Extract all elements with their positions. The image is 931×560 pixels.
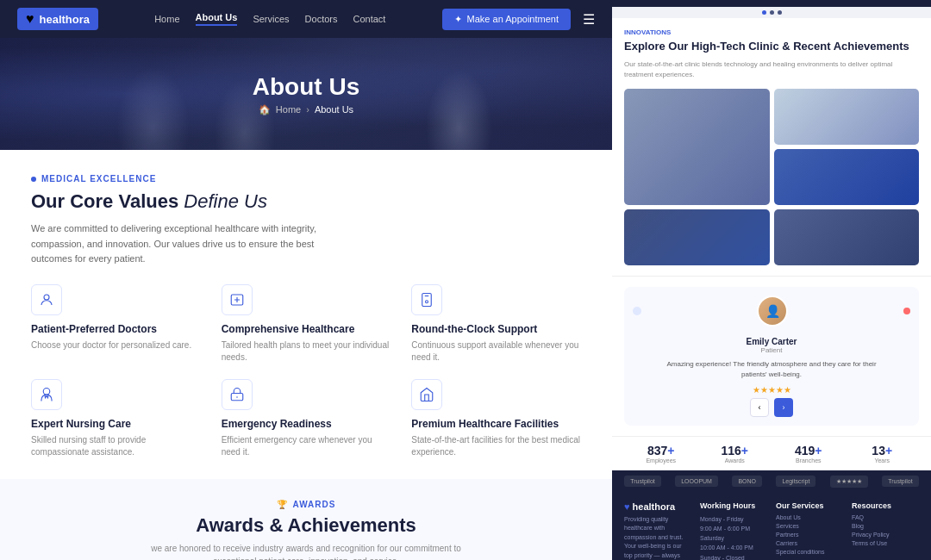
stat-years: 13+ Years (846, 444, 920, 464)
clinic-title: Explore Our High-Tech Clinic & Recent Ac… (624, 40, 919, 54)
value-item-5: Emergency Readiness Efficient emergency … (222, 379, 391, 458)
nav-home[interactable]: Home (154, 14, 179, 24)
testimonial-dot-2 (903, 308, 910, 314)
stat-awards-label: Awards (698, 457, 772, 464)
value-item-3: Round-the-Clock Support Continuous suppo… (411, 284, 581, 364)
value-icon-2 (222, 284, 253, 315)
nav-links: Home About Us Services Doctors Contact (154, 12, 385, 26)
testimonial-section: 👤 Emily Carter Patient Amazing experienc… (612, 276, 931, 436)
footer-link-services[interactable]: Services (776, 523, 843, 529)
value-icon-5 (222, 379, 253, 410)
dot-1[interactable] (762, 10, 766, 15)
svg-point-0 (44, 295, 49, 300)
footer-col-resources: Resources FAQ Blog Privacy Policy Terms … (852, 501, 919, 560)
awards-section: 🏆 AWARDS Awards & Achievements we are ho… (0, 479, 612, 560)
hero-section: About Us 🏠 Home › About Us (0, 38, 612, 150)
testimonial-icons-row: 👤 (633, 296, 910, 327)
brands-row: Trustpilot LOOOPUM BONO Legitscript ★★★★… (612, 470, 931, 493)
breadcrumb-home: Home (276, 104, 301, 115)
doctors-pagination (612, 7, 931, 18)
clinic-section: INNOVATIONS Explore Our High-Tech Clinic… (612, 18, 931, 276)
value-desc-3: Continuous support available whenever yo… (411, 339, 581, 364)
core-values-section: MEDICAL EXCELLENCE Our Core Values Defin… (0, 150, 612, 479)
nav-services[interactable]: Services (253, 14, 289, 24)
testimonial-next[interactable]: › (774, 398, 793, 417)
svg-rect-2 (422, 293, 432, 306)
nav-doctors[interactable]: Doctors (305, 14, 338, 24)
value-title-4: Expert Nursing Care (31, 418, 201, 430)
breadcrumb-current: About Us (315, 104, 353, 115)
stat-branches: 419+ Branches (772, 444, 846, 464)
value-title-3: Round-the-Clock Support (411, 323, 581, 335)
value-item-2: Comprehensive Healthcare Tailored health… (222, 284, 391, 364)
footer-link-carriers[interactable]: Carriers (776, 540, 843, 546)
navbar: ♥ healthora Home About Us Services Docto… (0, 0, 612, 38)
awards-desc: we are honored to receive industry award… (151, 542, 461, 560)
value-desc-5: Efficient emergency care whenever you ne… (222, 434, 391, 458)
testimonial-controls: ‹ › (750, 398, 793, 417)
brand-6: Trustpilot (882, 476, 919, 487)
footer-col-hours: Working Hours Monday - Friday 9:00 AM - … (700, 501, 767, 560)
footer-link-blog[interactable]: Blog (852, 523, 919, 529)
footer-resources-title: Resources (852, 501, 919, 510)
clinic-image-3 (774, 149, 920, 205)
footer-services-title: Our Services (776, 501, 843, 510)
hamburger-icon[interactable]: ☰ (583, 11, 595, 28)
value-title-6: Premium Healthcare Facilities (411, 418, 581, 430)
stat-years-number: 13+ (846, 444, 920, 457)
testimonial-card: 👤 Emily Carter Patient Amazing experienc… (624, 287, 919, 426)
brand-5: ★★★★★ (830, 476, 868, 488)
badge-dot (31, 177, 36, 182)
value-item-1: Patient-Preferred Doctors Choose your do… (31, 284, 201, 364)
footer-link-terms[interactable]: Terms of Use (852, 540, 919, 546)
testimonial-prev[interactable]: ‹ (750, 398, 769, 417)
stat-awards-number: 116+ (698, 444, 772, 457)
logo[interactable]: ♥ healthora (17, 8, 98, 30)
value-icon-3 (411, 284, 442, 315)
footer-col-brand: ♥ healthora Providing quality healthcare… (624, 501, 691, 560)
nav-about[interactable]: About Us (196, 12, 238, 26)
award-icon-header: 🏆 (277, 500, 288, 509)
value-desc-1: Choose your doctor for personalized care… (31, 339, 201, 352)
clinic-image-4 (624, 209, 770, 265)
stat-awards: 116+ Awards (698, 444, 772, 464)
footer-link-partners[interactable]: Partners (776, 532, 843, 538)
clinic-image-1 (624, 89, 770, 205)
core-values-desc: We are committed to delivering exception… (31, 221, 324, 267)
value-title-5: Emergency Readiness (222, 418, 391, 430)
footer-link-faq[interactable]: FAQ (852, 514, 919, 520)
testimonial-text: Amazing experience! The friendly atmosph… (659, 359, 884, 380)
core-values-badge: MEDICAL EXCELLENCE (31, 174, 581, 184)
brand-4: Legitscript (776, 476, 815, 487)
brand-2: LOOOPUM (675, 476, 718, 487)
footer-link-privacy[interactable]: Privacy Policy (852, 532, 919, 538)
dot-2[interactable] (770, 10, 774, 15)
nav-contact[interactable]: Contact (353, 14, 386, 24)
value-item-4: Expert Nursing Care Skilled nursing staf… (31, 379, 201, 458)
footer-link-special[interactable]: Special conditions (776, 549, 843, 555)
hero-title: About Us (253, 73, 359, 101)
value-title-2: Comprehensive Healthcare (222, 323, 391, 335)
footer-hours-content: Monday - Friday 9:00 AM - 6:00 PM Saturd… (700, 514, 767, 560)
value-icon-4 (31, 379, 62, 410)
footer-link-about[interactable]: About Us (776, 514, 843, 520)
footer-section: ♥ healthora Providing quality healthcare… (612, 493, 931, 560)
value-icon-1 (31, 284, 62, 315)
core-values-title: Our Core Values Define Us (31, 190, 581, 213)
clinic-desc: Our state-of-the-art clinic blends techn… (624, 59, 919, 80)
clinic-badge: INNOVATIONS (624, 28, 919, 36)
value-item-6: Premium Healthcare Facilities State-of-t… (411, 379, 581, 458)
awards-badge: 🏆 AWARDS (31, 500, 581, 509)
footer-tagline: Providing quality healthcare with compas… (624, 515, 691, 560)
svg-point-3 (426, 301, 428, 303)
brand-3: BONO (732, 476, 762, 487)
stat-years-label: Years (846, 457, 920, 464)
awards-title: Awards & Achievements (31, 514, 581, 537)
left-panel: ♥ healthora Home About Us Services Docto… (0, 0, 612, 560)
dot-3[interactable] (778, 10, 782, 15)
logo-text: healthora (40, 13, 91, 26)
clinic-images-grid (624, 89, 919, 265)
testimonial-dot-1 (633, 307, 641, 315)
footer-hours-title: Working Hours (700, 501, 767, 510)
cta-button[interactable]: ✦ Make an Appointment (442, 9, 571, 30)
